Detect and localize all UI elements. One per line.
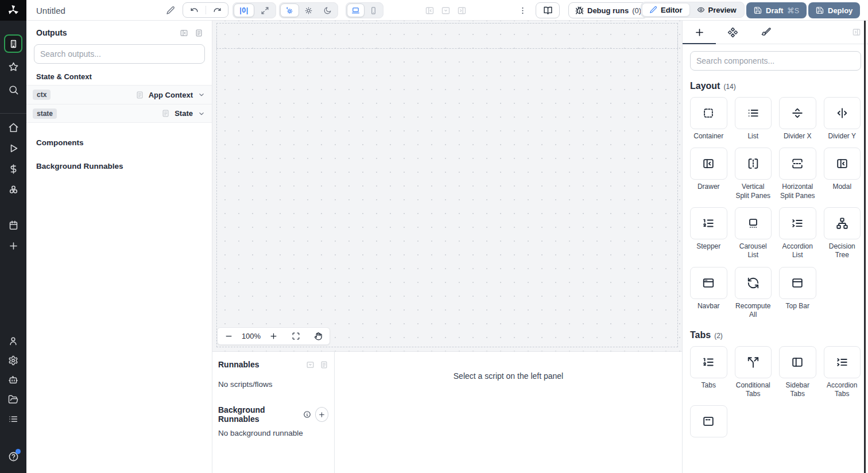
- tab-insert-component[interactable]: [683, 21, 716, 44]
- theme-dark-button[interactable]: [318, 3, 337, 17]
- component-card-recompute[interactable]: [735, 267, 772, 299]
- components-panel-tabs: [683, 21, 868, 44]
- collapse-runnables-icon[interactable]: [306, 360, 315, 369]
- ctx-row[interactable]: ctxApp Context: [26, 85, 212, 104]
- editor-mode-button[interactable]: Editor: [642, 3, 690, 17]
- app-canvas[interactable]: 100%: [212, 21, 682, 351]
- debug-runs-button[interactable]: Debug runs (0): [568, 2, 648, 18]
- canvas-header-dropzone[interactable]: [216, 23, 678, 49]
- component-card-accordion-list[interactable]: [779, 207, 816, 239]
- toggle-right-panel-icon[interactable]: [457, 6, 467, 15]
- search-components-input[interactable]: [690, 51, 861, 71]
- sidebar-dollar-button[interactable]: [0, 158, 26, 179]
- sidebar-user-button[interactable]: [0, 331, 26, 351]
- sidebar-search-button[interactable]: [0, 78, 26, 101]
- sidebar-robot-button[interactable]: [0, 370, 26, 390]
- components-panel: Layout(14)ContainerListDivider XDivider …: [682, 21, 868, 473]
- sidebar-app-builder-button[interactable]: [4, 34, 22, 53]
- output-label: App Context: [149, 91, 193, 99]
- tab-component-tree[interactable]: [716, 21, 749, 44]
- pencil-icon: [166, 6, 175, 15]
- chevron-down-icon[interactable]: [197, 91, 206, 99]
- undo-button[interactable]: [183, 6, 206, 14]
- sidebar-folder-button[interactable]: [0, 390, 26, 409]
- component-card-invisible-tabs[interactable]: [690, 405, 727, 437]
- docs-button[interactable]: [536, 2, 560, 18]
- search-outputs-input[interactable]: [34, 44, 205, 64]
- runnables-doc-icon[interactable]: [320, 360, 328, 369]
- add-background-runnable-button[interactable]: [315, 407, 328, 422]
- reset-zoom-button[interactable]: |0|: [234, 3, 254, 17]
- canvas-zoom-toolbar: 100%: [217, 327, 330, 345]
- deploy-button[interactable]: Deploy: [808, 2, 860, 18]
- fit-canvas-button[interactable]: [285, 327, 307, 345]
- component-card-accordion-tabs[interactable]: [824, 346, 861, 378]
- expand-icon: [261, 6, 269, 15]
- state-context-header: State & Context: [36, 72, 212, 81]
- state-row[interactable]: stateState: [26, 104, 212, 123]
- chevron-down-icon[interactable]: [197, 110, 206, 118]
- sidebar-gear-button[interactable]: [0, 351, 26, 370]
- more-menu-button[interactable]: [518, 0, 528, 21]
- theme-auto-icon: [285, 6, 294, 15]
- conditional-tabs-icon: [747, 356, 760, 369]
- sidebar-plus-button[interactable]: [0, 235, 26, 256]
- component-card-vsplit[interactable]: [735, 148, 772, 180]
- component-card-container[interactable]: [690, 97, 727, 129]
- hsplit-icon: [791, 157, 804, 170]
- theme-auto-button[interactable]: [280, 3, 299, 17]
- sidebar-resources-button[interactable]: [0, 179, 26, 200]
- sidebar-calendar-button[interactable]: [0, 215, 26, 235]
- component-card-conditional-tabs[interactable]: [735, 346, 772, 378]
- notification-dot: [16, 449, 21, 454]
- sidebar-home-button[interactable]: [0, 117, 26, 138]
- navbar-icon: [702, 277, 715, 289]
- windmill-logo[interactable]: [0, 0, 26, 21]
- component-card-decision-tree[interactable]: [824, 207, 861, 239]
- component-sections: Layout(14)ContainerListDivider XDivider …: [683, 81, 868, 449]
- component-card-carousel[interactable]: [735, 207, 772, 239]
- theme-light-button[interactable]: [299, 3, 318, 17]
- component-card-hsplit[interactable]: [779, 148, 816, 180]
- pan-mode-button[interactable]: [307, 327, 330, 345]
- component-card-list[interactable]: [735, 97, 772, 129]
- component-card-stepper[interactable]: [690, 207, 727, 239]
- component-card-divider-y[interactable]: [824, 97, 861, 129]
- component-card-navbar[interactable]: [690, 267, 727, 299]
- fit-view-button[interactable]: [254, 3, 275, 17]
- collapse-right-panel-icon[interactable]: [852, 28, 861, 37]
- editor-pencil-icon: [649, 6, 657, 14]
- toggle-bottom-panel-icon[interactable]: [441, 6, 451, 15]
- zoom-out-button[interactable]: [218, 327, 240, 345]
- expand-all-icon[interactable]: [195, 29, 203, 37]
- tab-global-styling[interactable]: [749, 21, 782, 44]
- collapse-outputs-icon[interactable]: [180, 29, 188, 37]
- component-cell: Accordion List: [779, 207, 816, 260]
- redo-button[interactable]: [206, 6, 228, 14]
- zoom-level: 100%: [240, 327, 262, 345]
- desktop-view-button[interactable]: [347, 3, 365, 17]
- component-label: Accordion List: [779, 242, 816, 260]
- preview-mode-button[interactable]: Preview: [690, 3, 743, 17]
- component-card-top-bar[interactable]: [779, 267, 816, 299]
- redo-icon: [213, 6, 222, 14]
- sidebar-help-button[interactable]: [0, 451, 26, 465]
- sidebar-star-button[interactable]: [0, 55, 26, 78]
- component-card-divider-x[interactable]: [779, 97, 816, 129]
- save-draft-button[interactable]: Draft ⌘S: [746, 2, 807, 18]
- hand-icon: [314, 332, 323, 340]
- component-card-tabs[interactable]: [690, 346, 727, 378]
- edit-title-button[interactable]: [166, 0, 175, 21]
- tabs-icon: [702, 356, 715, 369]
- right-panel-scrollbar[interactable]: [864, 21, 866, 473]
- outputs-panel: Outputs State & Context ctxApp Contextst…: [26, 21, 212, 473]
- zoom-in-button[interactable]: [262, 327, 285, 345]
- sidebar-list-menu-button[interactable]: [0, 409, 26, 429]
- sidebar-play-button[interactable]: [0, 138, 26, 158]
- mobile-view-button[interactable]: [365, 3, 382, 17]
- toggle-left-panel-icon[interactable]: [425, 6, 435, 15]
- component-card-modal[interactable]: [824, 148, 861, 180]
- component-card-sidebar-tabs[interactable]: [779, 346, 816, 378]
- component-card-drawer[interactable]: [690, 148, 727, 180]
- top-bar-icon: [791, 277, 804, 289]
